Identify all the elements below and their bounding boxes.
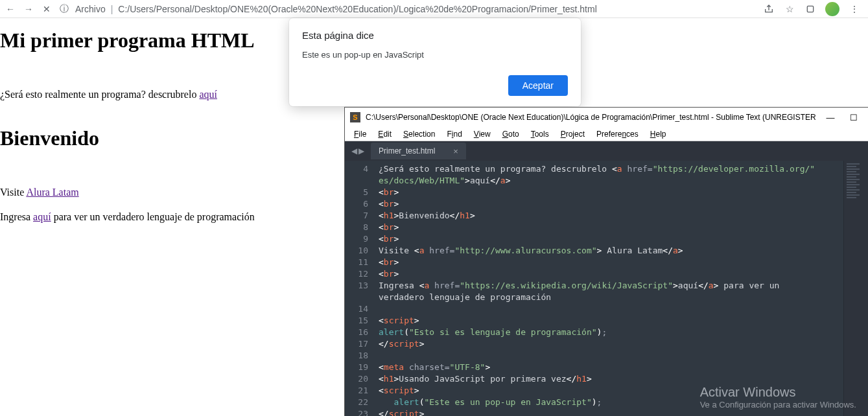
tab-next-icon[interactable]: ▶ <box>358 146 364 156</box>
stop-button[interactable]: ✕ <box>40 4 53 14</box>
tab-close-icon[interactable]: × <box>453 146 458 156</box>
menu-find[interactable]: Find <box>441 128 467 140</box>
tab-label: Primer_test.html <box>379 146 435 156</box>
menu-project[interactable]: Project <box>556 128 590 140</box>
back-button[interactable]: ← <box>4 4 17 14</box>
sublime-titlebar[interactable]: S C:\Users\Personal\Desktop\ONE (Oracle … <box>345 108 868 127</box>
menu-file[interactable]: File <box>349 128 371 140</box>
menu-tools[interactable]: Tools <box>526 128 554 140</box>
sublime-tabbar: ◀ ▶ Primer_test.html × <box>345 141 868 161</box>
editor-body: 4 5678910111213 14151617181920212223 ¿Se… <box>345 161 868 416</box>
extensions-icon[interactable] <box>804 3 816 15</box>
code-area[interactable]: ¿Será esto realmente un programa? descru… <box>375 161 843 416</box>
editor-tab[interactable]: Primer_test.html × <box>371 143 466 159</box>
profile-avatar[interactable] <box>825 2 839 16</box>
menu-selection[interactable]: Selection <box>398 128 440 140</box>
info-icon[interactable]: ⓘ <box>58 3 70 15</box>
address-separator: | <box>111 4 113 14</box>
line-gutter: 4 5678910111213 14151617181920212223 <box>345 161 375 416</box>
maximize-button[interactable]: ☐ <box>845 113 863 122</box>
alert-dialog: Esta página dice Este es un pop-up en Ja… <box>289 18 581 106</box>
menu-view[interactable]: View <box>469 128 496 140</box>
menu-preferences[interactable]: Preferences <box>591 128 644 140</box>
alert-title: Esta página dice <box>302 30 568 41</box>
sublime-logo-icon: S <box>350 112 360 122</box>
scheme-label: Archivo <box>75 4 106 14</box>
bookmark-icon[interactable]: ☆ <box>784 3 795 15</box>
alert-ok-button[interactable]: Aceptar <box>508 75 568 96</box>
minimize-button[interactable]: — <box>821 113 839 122</box>
svg-rect-0 <box>807 6 813 12</box>
menu-help[interactable]: Help <box>645 128 672 140</box>
tab-prev-icon[interactable]: ◀ <box>351 146 357 156</box>
sublime-window: S C:\Users\Personal\Desktop\ONE (Oracle … <box>345 108 868 416</box>
tab-nav: ◀ ▶ <box>347 146 368 156</box>
share-icon[interactable] <box>763 3 775 15</box>
menu-edit[interactable]: Edit <box>373 128 397 140</box>
browser-toolbar: ← → ✕ ⓘ Archivo | C:/Users/Personal/Desk… <box>0 0 868 18</box>
alert-message: Este es un pop-up en JavaScript <box>302 50 568 60</box>
sublime-title: C:\Users\Personal\Desktop\ONE (Oracle Ne… <box>366 113 816 122</box>
more-icon[interactable]: ⋮ <box>849 3 860 15</box>
sublime-menubar: File Edit Selection Find View Goto Tools… <box>345 127 868 141</box>
forward-button[interactable]: → <box>22 4 35 14</box>
address-bar[interactable]: C:/Users/Personal/Desktop/ONE%20(Oracle%… <box>118 4 758 14</box>
menu-goto[interactable]: Goto <box>497 128 524 140</box>
minimap[interactable] <box>843 161 868 416</box>
